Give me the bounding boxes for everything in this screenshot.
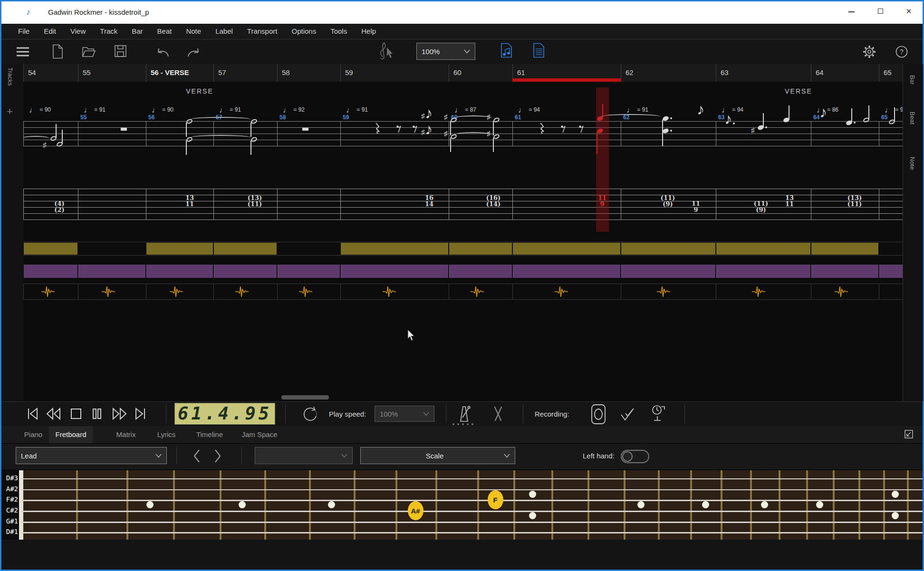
- section-lane-cell[interactable]: [621, 265, 715, 278]
- fretboard[interactable]: [21, 470, 923, 540]
- section-lane-cell[interactable]: [278, 265, 340, 278]
- skip-start-button[interactable]: [25, 407, 41, 421]
- open-file-icon[interactable]: [82, 46, 96, 57]
- menu-item-beat[interactable]: Beat: [150, 24, 179, 39]
- tab-number[interactable]: (9): [663, 201, 673, 207]
- menu-item-help[interactable]: Help: [354, 24, 383, 39]
- section-lane-cell[interactable]: [879, 265, 904, 278]
- tab-matrix[interactable]: Matrix: [109, 426, 143, 443]
- ruler-bar-cell[interactable]: 60: [449, 64, 512, 82]
- tab-jam-space[interactable]: Jam Space: [238, 426, 281, 443]
- loop-button[interactable]: [301, 405, 319, 423]
- minimize-button[interactable]: [837, 0, 865, 22]
- menu-item-track[interactable]: Track: [93, 24, 125, 39]
- horizontal-scrollbar-thumb[interactable]: [281, 395, 329, 400]
- menu-item-bar[interactable]: Bar: [125, 24, 150, 39]
- ruler-bar-cell[interactable]: 58: [277, 64, 340, 82]
- tab-number[interactable]: (14): [486, 201, 500, 207]
- tab-fretboard[interactable]: Fretboard: [49, 426, 93, 443]
- arrangement-lane-cell[interactable]: [716, 243, 810, 255]
- section-lane-cell[interactable]: [214, 265, 277, 278]
- note-marker-As[interactable]: A#: [408, 501, 424, 520]
- section-lane-cell[interactable]: [341, 265, 448, 278]
- maximize-button[interactable]: [867, 0, 895, 22]
- score-view-icon[interactable]: [500, 43, 513, 58]
- undo-icon[interactable]: [155, 46, 170, 58]
- ruler-bar-cell[interactable]: 64: [811, 64, 879, 82]
- ruler-bar-cell[interactable]: 65: [879, 64, 904, 82]
- tab-lyrics[interactable]: Lyrics: [152, 426, 181, 443]
- new-file-icon[interactable]: [51, 44, 64, 59]
- close-button[interactable]: ✕: [895, 0, 923, 22]
- tab-number[interactable]: (11): [248, 201, 262, 207]
- panel-resize-handle[interactable]: [457, 423, 459, 425]
- section-lane-cell[interactable]: [449, 265, 512, 278]
- previous-arrow-button[interactable]: [192, 448, 202, 464]
- note-entry-clef-icon[interactable]: [376, 41, 395, 62]
- section-lane-cell[interactable]: [78, 265, 145, 278]
- arrangement-lane-cell[interactable]: [214, 243, 277, 255]
- menu-item-transport[interactable]: Transport: [240, 24, 285, 39]
- side-tab-bar[interactable]: Bar: [909, 75, 916, 85]
- arrangement-lane-cell[interactable]: [24, 243, 77, 255]
- chord-select[interactable]: [255, 447, 353, 464]
- menu-item-file[interactable]: File: [11, 24, 37, 39]
- ruler-bar-cell[interactable]: 56 - VERSE: [146, 64, 213, 82]
- tab-number[interactable]: 9: [600, 201, 604, 207]
- save-icon[interactable]: [114, 45, 127, 57]
- metronome-icon[interactable]: [457, 405, 472, 423]
- panel-resize-handle[interactable]: [472, 423, 473, 425]
- ruler-bar-cell[interactable]: 62: [621, 64, 716, 82]
- section-lane-cell[interactable]: [513, 265, 620, 278]
- ruler-bar-cell[interactable]: 59: [340, 64, 449, 82]
- arrangement-lane-cell[interactable]: [621, 243, 715, 255]
- arrangement-lane-cell[interactable]: [513, 243, 620, 255]
- tab-number[interactable]: (11): [847, 201, 862, 207]
- settings-gear-icon[interactable]: [862, 45, 876, 59]
- stop-button[interactable]: [68, 407, 84, 421]
- fast-forward-button[interactable]: [112, 407, 128, 421]
- menu-item-tools[interactable]: Tools: [323, 24, 354, 39]
- rewind-button[interactable]: [45, 407, 61, 421]
- recording-check-icon[interactable]: [619, 407, 636, 422]
- arrangement-lane-cell[interactable]: [449, 243, 512, 255]
- tab-number[interactable]: 11: [185, 201, 194, 207]
- panel-resize-handle[interactable]: [462, 423, 464, 425]
- expand-panel-icon[interactable]: [903, 429, 914, 440]
- ruler-bar-cell[interactable]: 55: [78, 64, 146, 82]
- left-hand-toggle[interactable]: [621, 450, 649, 463]
- tab-number[interactable]: 14: [425, 201, 433, 207]
- tab-number[interactable]: (9): [756, 207, 766, 213]
- tab-number[interactable]: 9: [693, 207, 698, 213]
- arrangement-lane-cell[interactable]: [811, 243, 878, 255]
- tracks-vertical-label[interactable]: Tracks: [7, 67, 14, 86]
- drumsticks-icon[interactable]: [490, 405, 507, 422]
- tab-number[interactable]: (2): [54, 207, 64, 213]
- play-speed-select[interactable]: 100%: [375, 406, 434, 422]
- section-lane-cell[interactable]: [24, 265, 77, 278]
- section-lane-cell[interactable]: [146, 265, 213, 278]
- menu-item-edit[interactable]: Edit: [37, 24, 63, 39]
- side-tab-note[interactable]: Note: [909, 157, 916, 170]
- ruler-bar-cell[interactable]: 57: [213, 64, 277, 82]
- pause-button[interactable]: [89, 407, 105, 421]
- panel-resize-handle[interactable]: [452, 423, 454, 425]
- section-lane-cell[interactable]: [716, 265, 810, 278]
- zoom-select[interactable]: 100%: [416, 43, 475, 60]
- side-tab-beat[interactable]: Beat: [909, 112, 916, 124]
- ruler-bar-cell[interactable]: 63: [716, 64, 811, 82]
- tab-number[interactable]: 11: [785, 201, 794, 207]
- add-track-plus-icon[interactable]: +: [7, 105, 13, 118]
- skip-end-button[interactable]: [132, 407, 148, 421]
- hamburger-menu-icon[interactable]: [16, 46, 30, 57]
- count-in-icon[interactable]: [650, 404, 668, 423]
- arrangement-lane-cell[interactable]: [146, 243, 213, 255]
- tab-timeline[interactable]: Timeline: [192, 426, 228, 443]
- note-marker-F[interactable]: F: [488, 490, 503, 509]
- ruler-bar-cell[interactable]: 54: [23, 64, 78, 82]
- tab-piano[interactable]: Piano: [19, 426, 48, 443]
- section-lane-cell[interactable]: [811, 265, 878, 278]
- tab-view-icon[interactable]: [532, 43, 545, 58]
- help-icon[interactable]: ?: [895, 45, 909, 59]
- panel-resize-handle[interactable]: [467, 423, 469, 425]
